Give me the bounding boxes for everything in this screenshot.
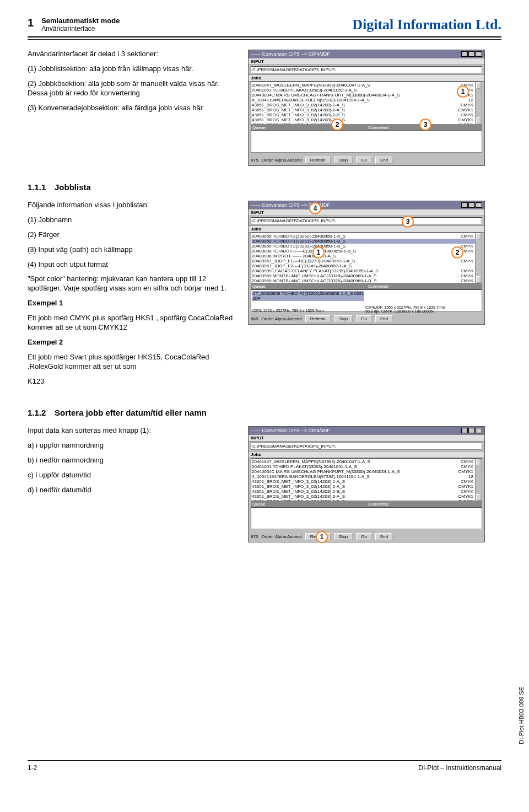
scrollbar[interactable] bbox=[475, 82, 482, 124]
refresh-button[interactable]: Refresh bbox=[305, 315, 331, 322]
count-label: 975 bbox=[251, 158, 258, 163]
jobs-list[interactable]: 20401047_WOELBERN_MAPPE(N33898)-20401047… bbox=[251, 458, 482, 501]
sec-111-title: Jobblista bbox=[55, 182, 91, 192]
job-row[interactable]: 20400859 TCHIBO F2(33262)-20400858-1-B_S… bbox=[252, 244, 481, 249]
job-row[interactable]: 43651_BROS_MET_INFO_3_02(14208)-2-B_SCMY… bbox=[252, 489, 481, 494]
job-row[interactable]: 20401051 TCHIBO PLAKAT(33503)-20401051-1… bbox=[252, 464, 481, 469]
window-title: ------ Conversion CIP3 --> CIP4/JDF bbox=[251, 428, 330, 433]
job-row[interactable]: 43651_BROS_MET_INFO_3_02(14208)-3-A_SCMY… bbox=[252, 494, 481, 499]
s111-p1: Följande information visas I jobblistan: bbox=[28, 201, 237, 210]
stop-button[interactable]: Stop bbox=[334, 315, 353, 322]
s1-p3: (2) Jobbkösektion: alla jobb som är manu… bbox=[28, 79, 237, 98]
lower-panes: CT_20400858 TCHIBO F2(33262)20400858-1-A… bbox=[251, 289, 482, 311]
s111-i3: (3) Input väg (path) och källmapp bbox=[28, 245, 237, 255]
job-row[interactable]: 20400858 TCHIBO F2(33262)-20400858-1-A_S… bbox=[252, 234, 481, 239]
job-row[interactable]: 43651_BROS_MET_INFO_3_02(14208)-1-A_SCMY… bbox=[252, 103, 481, 107]
s111-i4: (4) Input och utput format bbox=[28, 260, 237, 270]
s112-p1: Input data kan sorteras med knapp (1): bbox=[28, 426, 237, 435]
job-row[interactable]: 20440034C MAIRS UMSCHLAG FRANKFURT_M(338… bbox=[252, 93, 481, 98]
go-button[interactable]: Go bbox=[356, 157, 372, 164]
s111-p2: "Spot color" hantering: mjukvaran kan ha… bbox=[28, 275, 237, 293]
order-label: Order: Alpha Ascend bbox=[261, 534, 301, 539]
job-row[interactable]: 43651_BROS_MET_INFO_3_02(14208)-3-A_SCMY… bbox=[252, 117, 481, 122]
queue-header: Queue bbox=[251, 501, 366, 507]
refresh-button[interactable]: Refresh bbox=[305, 533, 331, 540]
header-title-2: Användarinterface bbox=[41, 25, 120, 33]
side-doc-id: DI-Plot HB03-009 SE bbox=[518, 687, 525, 744]
screenshot-2: ------ Conversion CIP3 --> CIP4/JDF -□× … bbox=[248, 201, 485, 325]
header-rule bbox=[28, 36, 501, 40]
s112-c: c) i uppför datum/tid bbox=[28, 471, 237, 480]
job-row[interactable]: 43651_BROS_MET_INFO_3_02(14208)-3-B_SCMY… bbox=[252, 499, 481, 501]
company-name: Digital Information Ltd. bbox=[352, 17, 501, 33]
input-label: INPUT bbox=[251, 59, 264, 64]
job-row[interactable]: 43651_BROS_MET_INFO_3_02(14208)-2-A_SCMY… bbox=[252, 484, 481, 489]
input-path[interactable]: C:\PRESSMANAGER\DATA\CIP3_INPUT\ bbox=[251, 217, 482, 224]
sec-111-num: 1.1.1 bbox=[28, 182, 46, 192]
queue-header: Queue bbox=[251, 125, 366, 131]
queue-selected-row[interactable]: CT_20400858 TCHIBO F2(33262)20400858-1-A… bbox=[252, 291, 364, 301]
window-title: ------ Conversion CIP3 --> CIP4/JDF bbox=[251, 51, 330, 57]
input-path[interactable]: C:\PRESSMANAGER\DATA\CIP3_INPUT\ bbox=[251, 443, 482, 450]
footer-right: DI-Plot – Instruktionsmanual bbox=[418, 764, 501, 772]
job-row[interactable]: 20400969 MONTBLANC UMSCHLAG(33328)-20400… bbox=[252, 278, 481, 283]
job-row[interactable]: 20401047_WOELBERN_MAPPE(N33898)-20401047… bbox=[252, 83, 481, 88]
job-row[interactable]: 4_10041194#ERA-BANDEROLEN(97332)-1004119… bbox=[252, 98, 481, 103]
job-row[interactable]: 20400850 TCHIBO F1(33261)-20400850-1-B_S bbox=[252, 239, 481, 244]
window-buttons: -□× bbox=[461, 428, 482, 433]
stop-button[interactable]: Stop bbox=[334, 533, 353, 540]
ex1-head: Exempel 1 bbox=[28, 299, 237, 308]
jobs-list[interactable]: 20401047_WOELBERN_MAPPE(N33898)-20401047… bbox=[251, 82, 482, 125]
footer-left: 1-2 bbox=[28, 764, 37, 772]
ex1-text: Ett jobb med CMYK plus spotfärg HKS1 , s… bbox=[28, 314, 237, 332]
cip3-info: CIP3: 1555 x 2027Pix, 789.9 x 1029.7mm bbox=[252, 309, 364, 313]
chapter-number: 1 bbox=[28, 17, 34, 29]
header-title-1: Semiautomatiskt mode bbox=[41, 17, 120, 25]
order-label: Order: Alpha Ascend bbox=[261, 316, 301, 321]
job-row[interactable]: 20401047_WOELBERN_MAPPE(N33898)-20401047… bbox=[252, 459, 481, 464]
stop-button[interactable]: Stop bbox=[334, 157, 353, 164]
end-button[interactable]: End bbox=[375, 533, 393, 540]
s111-i1: (1) Jobbnamn bbox=[28, 216, 237, 225]
refresh-button[interactable]: Refresh bbox=[305, 157, 331, 164]
job-row[interactable]: 20400999 LEAGAS DELANEY PLAKAT(33295)204… bbox=[252, 268, 481, 273]
job-row[interactable]: 20400957_JDDP_F1----RE(33273)-20400957-1… bbox=[252, 259, 481, 264]
queue-header: Queue bbox=[251, 283, 366, 289]
job-row[interactable]: 43651_BROS_MET_INFO_3_02(14208)-3-B_SCMY… bbox=[252, 122, 481, 125]
window-buttons: -□× bbox=[461, 51, 482, 57]
scrollbar[interactable] bbox=[475, 459, 482, 501]
order-label: Order: Alpha Ascend bbox=[261, 158, 301, 163]
converted-header: Converted bbox=[366, 283, 482, 289]
job-row[interactable]: 4_10041194#ERA-BANDEROLEN(97332)-1004119… bbox=[252, 474, 481, 479]
end-button[interactable]: End bbox=[375, 157, 393, 164]
s1-p1: Användarinterfacet är delad i 3 sektione… bbox=[28, 50, 237, 59]
job-row[interactable]: 43651_BROS_MET_INFO_3_02(14208)-1-A_SCMY… bbox=[252, 479, 481, 484]
lower-panes bbox=[251, 507, 482, 529]
s112-d: d) i nedför datum/tid bbox=[28, 486, 237, 495]
job-row[interactable]: 20401051 TCHIBO PLAKAT(33503)-20401051-1… bbox=[252, 88, 481, 93]
jobs-list[interactable]: 20400858 TCHIBO F2(33262)-20400858-1-A_S… bbox=[251, 233, 482, 283]
job-row[interactable]: 43651_BROS_MET_INFO_3_02(14208)-2-A_SCMY… bbox=[252, 107, 481, 112]
input-path[interactable]: C:\PRESSMANAGER\DATA\CIP3_INPUT\ bbox=[251, 66, 482, 73]
scrollbar[interactable] bbox=[475, 233, 482, 283]
job-row[interactable]: 20400957_JDDP_F2----E(33249)-20400957-1-… bbox=[252, 264, 481, 268]
s1-p2: (1) Jobblistsektion: alla jobb från käll… bbox=[28, 64, 237, 74]
job-row[interactable]: 20400969 MONTBLANC UMSCHLAG(33328)-20400… bbox=[252, 273, 481, 278]
input-label: INPUT bbox=[251, 435, 264, 440]
end-button[interactable]: End bbox=[375, 315, 393, 322]
count-label: 975 bbox=[251, 534, 258, 539]
cip4-info: CIP4/JDF: 1555 x 2027Pix, 789.9 x 1029.7… bbox=[365, 305, 477, 313]
input-label: INPUT bbox=[251, 210, 264, 215]
window-title: ------ Conversion CIP3 --> CIP4/JDF bbox=[251, 202, 330, 208]
job-row[interactable]: 20400936 IN PRO F ---- - 20400938-1-A_S bbox=[252, 254, 481, 259]
job-row[interactable]: 20440034C MAIRS UMSCHLAG FRANKFURT_M(338… bbox=[252, 469, 481, 474]
ex2-text: Ett jobb med Svart plus spotfärger HKS15… bbox=[28, 353, 237, 372]
count-label: 868 bbox=[251, 316, 258, 321]
lower-panes bbox=[251, 131, 482, 153]
go-button[interactable]: Go bbox=[356, 315, 372, 322]
converted-header: Converted bbox=[366, 125, 482, 131]
go-button[interactable]: Go bbox=[356, 533, 372, 540]
job-row[interactable]: 20400898 TCHIBO F3-----E(33278)-20400858… bbox=[252, 249, 481, 254]
job-row[interactable]: 43651_BROS_MET_INFO_3_02(14208)-2-B_SCMY… bbox=[252, 112, 481, 117]
s111-i2: (2) Färger bbox=[28, 230, 237, 240]
